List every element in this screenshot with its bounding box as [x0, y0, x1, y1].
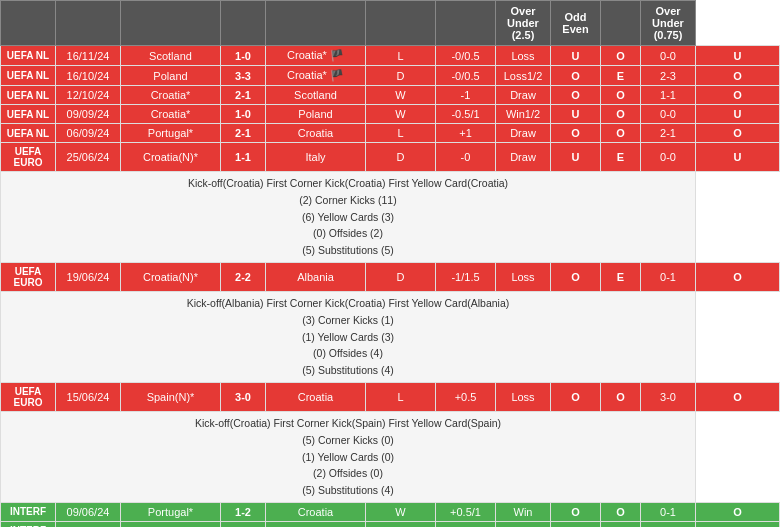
odds: Loss: [496, 46, 551, 66]
match-result: 2-2: [221, 262, 266, 291]
over-under-075: O: [696, 124, 780, 143]
team2-name[interactable]: Croatia* 🏴: [266, 66, 366, 86]
handicap: +1: [436, 124, 496, 143]
team2-name[interactable]: Croatia: [266, 382, 366, 411]
detail-line: Kick-off(Croatia) First Corner Kick(Spai…: [5, 415, 691, 432]
odds: Loss: [496, 382, 551, 411]
col-result: [221, 1, 266, 46]
team1-name[interactable]: Croatia(N)*: [121, 143, 221, 172]
team2-name[interactable]: Albania: [266, 262, 366, 291]
win-result: L: [366, 382, 436, 411]
odds: Draw: [496, 86, 551, 105]
table-row: UEFA EURO19/06/24Croatia(N)*2-2AlbaniaD-…: [1, 262, 780, 291]
over-under: U: [551, 46, 601, 66]
match-result: 1-1: [221, 143, 266, 172]
handicap: -1/1.5: [436, 521, 496, 527]
match-result: 1-0: [221, 105, 266, 124]
table-row: UEFA EURO15/06/24Spain(N)*3-0CroatiaL+0.…: [1, 382, 780, 411]
team1-name[interactable]: Croatia(N)*: [121, 262, 221, 291]
match-date: 06/09/24: [56, 124, 121, 143]
win-result: W: [366, 105, 436, 124]
over-under-075: O: [696, 521, 780, 527]
team1-name[interactable]: Croatia*: [121, 521, 221, 527]
detail-row: Kick-off(Croatia) First Corner Kick(Croa…: [1, 172, 780, 263]
detail-line: (0) Offsides (2): [5, 225, 691, 242]
win-result: L: [366, 46, 436, 66]
odd-even: E: [601, 262, 641, 291]
team2-name[interactable]: Italy: [266, 143, 366, 172]
team2-name[interactable]: North Macedonia: [266, 521, 366, 527]
ht-score: 0-0: [641, 46, 696, 66]
handicap: -0.5/1: [436, 105, 496, 124]
win-result: W: [366, 521, 436, 527]
over-under: U: [551, 143, 601, 172]
table-row: UEFA NL16/10/24Poland3-3Croatia* 🏴D-0/0.…: [1, 66, 780, 86]
col-match: [1, 1, 56, 46]
ht-score: 0-0: [641, 143, 696, 172]
match-date: 09/06/24: [56, 502, 121, 521]
match-result: 2-1: [221, 86, 266, 105]
over-under: O: [551, 262, 601, 291]
detail-row: Kick-off(Albania) First Corner Kick(Croa…: [1, 291, 780, 382]
over-under: U: [551, 105, 601, 124]
team2-name[interactable]: Scotland: [266, 86, 366, 105]
match-result: 3-3: [221, 66, 266, 86]
over-under: O: [551, 124, 601, 143]
odd-even: O: [601, 46, 641, 66]
col-team2: [266, 1, 366, 46]
odds: [496, 521, 551, 527]
team2-name[interactable]: Croatia* 🏴: [266, 46, 366, 66]
ht-score: 0-1: [641, 502, 696, 521]
ht-score: 0-0: [641, 105, 696, 124]
over-under-075: U: [696, 46, 780, 66]
over-under-075: O: [696, 502, 780, 521]
match-type: UEFA NL: [1, 66, 56, 86]
team1-name[interactable]: Portugal*: [121, 124, 221, 143]
over-under-075: O: [696, 262, 780, 291]
ht-score: 2-1: [641, 124, 696, 143]
table-row: UEFA NL06/09/24Portugal*2-1CroatiaL+1Dra…: [1, 124, 780, 143]
match-date: 09/09/24: [56, 105, 121, 124]
over-under-075: U: [696, 143, 780, 172]
col-handicap: [366, 1, 436, 46]
detail-line: (5) Substitutions (5): [5, 242, 691, 259]
team1-name[interactable]: Poland: [121, 66, 221, 86]
odds: Win1/2: [496, 105, 551, 124]
match-date: 16/10/24: [56, 66, 121, 86]
win-result: W: [366, 502, 436, 521]
team2-name[interactable]: Croatia: [266, 502, 366, 521]
match-type: INTERF: [1, 502, 56, 521]
team1-name[interactable]: Scotland: [121, 46, 221, 66]
handicap: +0.5/1: [436, 502, 496, 521]
win-result: D: [366, 143, 436, 172]
odd-even: O: [601, 382, 641, 411]
team1-name[interactable]: Portugal*: [121, 502, 221, 521]
match-date: 04/06/24: [56, 521, 121, 527]
match-type: UEFA EURO: [1, 262, 56, 291]
match-date: 19/06/24: [56, 262, 121, 291]
team2-name[interactable]: Poland: [266, 105, 366, 124]
handicap: -0: [436, 143, 496, 172]
team2-name[interactable]: Croatia: [266, 124, 366, 143]
ht-score: 0-1: [641, 262, 696, 291]
team1-name[interactable]: Croatia*: [121, 105, 221, 124]
team1-name[interactable]: Spain(N)*: [121, 382, 221, 411]
over-under: O: [551, 382, 601, 411]
ht-score: 3-0: [641, 382, 696, 411]
detail-row: Kick-off(Croatia) First Corner Kick(Spai…: [1, 411, 780, 502]
over-under-075: U: [696, 105, 780, 124]
table-row: UEFA NL16/11/24Scotland1-0Croatia* 🏴L-0/…: [1, 46, 780, 66]
table-row: UEFA NL09/09/24Croatia*1-0PolandW-0.5/1W…: [1, 105, 780, 124]
odds: Loss: [496, 262, 551, 291]
ht-score: 2-3: [641, 66, 696, 86]
table-row: INTERF04/06/24Croatia*3-0North Macedonia…: [1, 521, 780, 527]
win-result: L: [366, 124, 436, 143]
odds: Draw: [496, 124, 551, 143]
over-under: O: [551, 66, 601, 86]
col-ht: [601, 1, 641, 46]
match-result: 1-0: [221, 46, 266, 66]
odd-even: E: [601, 66, 641, 86]
team1-name[interactable]: Croatia*: [121, 86, 221, 105]
match-date: 15/06/24: [56, 382, 121, 411]
match-result: 3-0: [221, 521, 266, 527]
